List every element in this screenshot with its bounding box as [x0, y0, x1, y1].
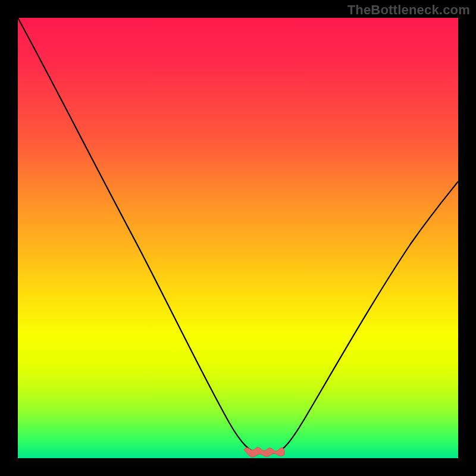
curve-svg	[18, 18, 458, 458]
plot-area	[18, 18, 458, 458]
watermark-text: TheBottleneck.com	[347, 2, 470, 18]
trough-band-path	[244, 447, 284, 458]
chart-frame: TheBottleneck.com	[0, 0, 476, 476]
black-curve-path	[18, 18, 458, 453]
